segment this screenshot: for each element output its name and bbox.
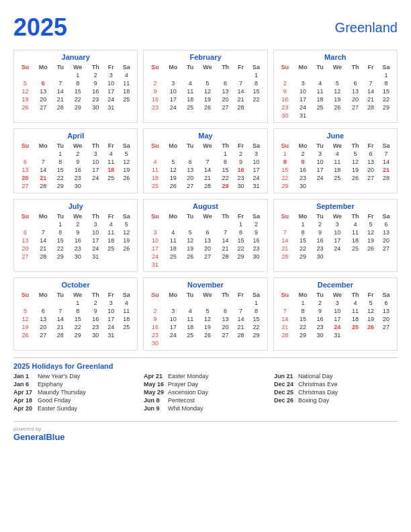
cal-day: 23 xyxy=(312,245,328,253)
cal-day: 26 xyxy=(363,245,378,253)
cal-day: 9 xyxy=(146,315,163,323)
day-header-mo: Mo xyxy=(163,212,182,220)
cal-day: 21 xyxy=(363,95,378,103)
cal-day: 13 xyxy=(197,236,217,245)
cal-day: 10 xyxy=(103,307,118,315)
cal-table: SuMoTuWeThFrSa12345678910111213141516171… xyxy=(17,142,134,190)
cal-day: 3 xyxy=(312,150,328,158)
cal-day xyxy=(363,71,378,79)
cal-day: 14 xyxy=(277,315,293,323)
cal-day: 4 xyxy=(146,158,163,166)
cal-day: 17 xyxy=(103,87,118,95)
cal-day: 3 xyxy=(328,299,347,307)
cal-day: 16 xyxy=(312,315,328,323)
cal-day xyxy=(363,253,378,261)
month-title: July xyxy=(17,202,134,210)
cal-day: 27 xyxy=(347,103,363,112)
day-header-su: Su xyxy=(277,142,293,150)
cal-day: 25 xyxy=(118,323,134,331)
day-header-we: We xyxy=(68,63,87,71)
cal-day: 12 xyxy=(183,236,198,245)
cal-day: 8 xyxy=(53,158,68,166)
cal-day xyxy=(118,182,134,190)
cal-day: 15 xyxy=(293,315,312,323)
holiday-date: Jan 6 xyxy=(13,381,35,388)
cal-day: 5 xyxy=(17,307,34,315)
cal-day: 16 xyxy=(146,323,163,331)
cal-day xyxy=(328,112,347,120)
cal-day: 30 xyxy=(312,253,328,261)
cal-day: 4 xyxy=(103,220,118,228)
cal-day: 10 xyxy=(87,158,103,166)
day-header-su: Su xyxy=(17,291,34,299)
cal-day: 22 xyxy=(68,95,87,103)
holiday-name: Whit Monday xyxy=(168,405,203,412)
cal-day: 30 xyxy=(277,112,293,120)
cal-day: 17 xyxy=(103,315,118,323)
cal-day: 3 xyxy=(163,79,182,87)
cal-day: 2 xyxy=(312,220,328,228)
cal-day: 24 xyxy=(293,103,312,112)
cal-day: 14 xyxy=(378,158,394,166)
cal-day: 25 xyxy=(328,174,347,182)
cal-day xyxy=(118,253,134,261)
cal-day xyxy=(234,71,248,79)
holiday-item: Jan 1New Year's Day xyxy=(13,373,137,380)
cal-day: 10 xyxy=(248,158,265,166)
cal-day: 9 xyxy=(87,307,103,315)
cal-day xyxy=(328,253,347,261)
day-header-th: Th xyxy=(218,291,234,299)
day-header-tu: Tu xyxy=(183,142,198,150)
cal-day: 24 xyxy=(103,323,118,331)
holidays-col2: Apr 21Easter MondayMay 16Prayer DayMay 2… xyxy=(144,373,267,413)
cal-day: 18 xyxy=(163,245,182,253)
cal-day: 13 xyxy=(218,315,234,323)
cal-day xyxy=(277,220,293,228)
cal-day xyxy=(378,253,394,261)
cal-day: 24 xyxy=(87,174,103,182)
cal-day: 23 xyxy=(87,323,103,331)
cal-day: 14 xyxy=(234,315,248,323)
cal-day: 22 xyxy=(248,95,265,103)
cal-day: 23 xyxy=(293,174,312,182)
cal-day: 19 xyxy=(17,323,34,331)
cal-day: 30 xyxy=(312,331,328,339)
cal-day: 27 xyxy=(34,331,52,339)
cal-day: 7 xyxy=(363,79,378,87)
cal-day: 11 xyxy=(118,307,134,315)
country-label: Greenland xyxy=(335,20,398,36)
cal-day: 28 xyxy=(53,331,68,339)
day-header-we: We xyxy=(68,291,87,299)
month-block-november: NovemberSuMoTuWeThFrSa123456789101112131… xyxy=(143,277,267,351)
holiday-name: Ascension Day xyxy=(168,389,208,396)
cal-day: 18 xyxy=(118,315,134,323)
cal-day: 10 xyxy=(328,228,347,236)
day-header-mo: Mo xyxy=(34,142,52,150)
day-header-we: We xyxy=(328,63,347,71)
cal-day xyxy=(218,220,234,228)
cal-day: 15 xyxy=(277,166,293,174)
cal-day: 30 xyxy=(87,103,103,112)
day-header-th: Th xyxy=(87,63,103,71)
day-header-sa: Sa xyxy=(248,212,265,220)
cal-day: 6 xyxy=(17,228,34,236)
brand-general: General xyxy=(13,432,46,442)
cal-day: 22 xyxy=(277,174,293,182)
cal-day: 21 xyxy=(218,245,234,253)
cal-day: 26 xyxy=(118,245,134,253)
holiday-date: Apr 20 xyxy=(13,405,35,412)
cal-day: 17 xyxy=(312,166,328,174)
cal-day: 30 xyxy=(68,182,87,190)
cal-day: 24 xyxy=(146,253,163,261)
cal-day: 31 xyxy=(248,182,265,190)
cal-day: 21 xyxy=(53,95,68,103)
cal-day: 16 xyxy=(234,166,248,174)
cal-day: 17 xyxy=(248,166,265,174)
cal-day xyxy=(378,331,394,339)
cal-day: 28 xyxy=(34,253,52,261)
cal-day: 5 xyxy=(118,150,134,158)
month-block-february: FebruarySuMoTuWeThFrSa123456789101112131… xyxy=(143,50,267,123)
cal-day: 29 xyxy=(68,103,87,112)
cal-day: 28 xyxy=(378,174,394,182)
cal-day xyxy=(118,331,134,339)
